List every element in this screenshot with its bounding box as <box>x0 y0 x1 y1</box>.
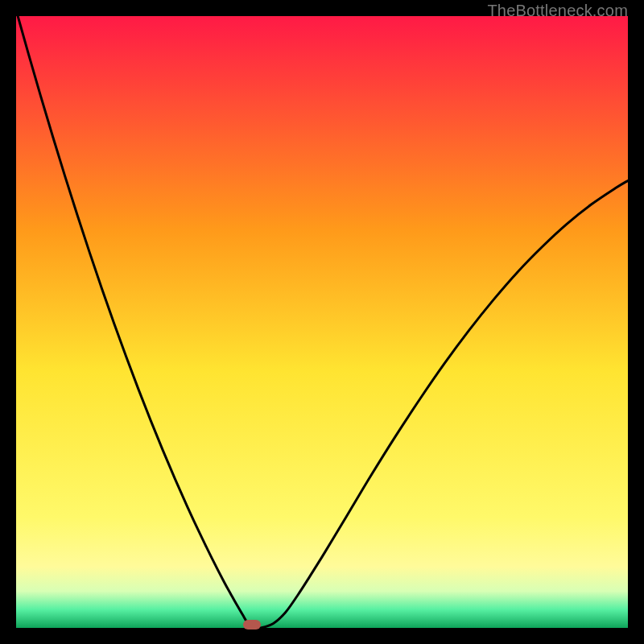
minimum-marker <box>243 620 261 630</box>
chart-svg <box>16 16 628 628</box>
gradient-background <box>16 16 628 628</box>
plot-area <box>16 16 628 628</box>
outer-frame: TheBottleneck.com <box>0 0 644 644</box>
